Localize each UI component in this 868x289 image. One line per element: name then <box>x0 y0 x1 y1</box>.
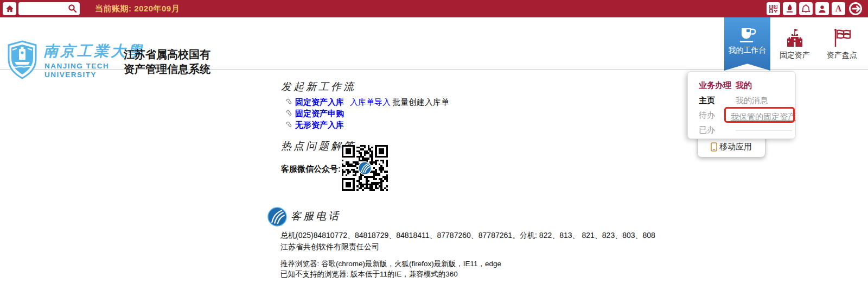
workflow-heading: 发起新工作流 <box>281 80 356 94</box>
menu-item-home[interactable]: 主页 <box>699 96 715 106</box>
wechat-account-label: 客服微信公众号: <box>281 164 341 174</box>
link-fixed-asset-purchase[interactable]: 固定资产申购 <box>295 109 344 119</box>
qr-scan-button[interactable] <box>767 2 780 15</box>
cup-icon <box>738 27 757 43</box>
flag-icon <box>832 28 852 47</box>
notifications-button[interactable] <box>799 2 813 15</box>
castle-icon <box>785 28 805 47</box>
menu-item-done[interactable]: 已办 <box>699 125 715 135</box>
tab-asset-inventory[interactable]: 资产盘点 <box>822 17 861 70</box>
company-name: 江苏省共创软件有限责任公司 <box>280 242 379 252</box>
service-phone-numbers: 总机(025)84810772、84818729、84818411、877872… <box>280 231 655 241</box>
logout-button[interactable] <box>848 2 863 16</box>
paperclip-icon <box>284 120 295 131</box>
tab-label: 我的工作台 <box>729 46 767 55</box>
search-input[interactable] <box>22 3 67 14</box>
unsupported-browsers: 已知不支持的浏览器: 版本低于11的IE，兼容模式的360 <box>280 269 458 279</box>
home-button[interactable] <box>3 2 16 15</box>
mobile-app-button[interactable]: 移动应用 <box>697 136 765 158</box>
pen-icon <box>786 4 794 13</box>
university-name-en: NANJING TECH UNIVERSITY <box>44 62 109 79</box>
font-size-button[interactable]: A <box>832 2 845 15</box>
menu-item-my-messages[interactable]: 我的消息 <box>736 96 768 106</box>
workflow-row-fixed-asset-storage: 固定资产入库 入库单导入 批量创建入库单 <box>286 97 449 108</box>
system-title: 江苏省属高校国有 资产管理信息系统 <box>124 47 210 77</box>
link-intangible-asset-inbound[interactable]: 无形资产入库 <box>295 120 344 130</box>
menu-item-todo[interactable]: 待办 <box>699 110 715 121</box>
recommended-browsers: 推荐浏览器: 谷歌(chrome)最新版，火狐(firefox)最新版，IE11… <box>280 259 501 269</box>
workflow-row-intangible-asset: 无形资产入库 <box>286 120 344 130</box>
tab-label: 固定资产 <box>780 51 810 60</box>
app-window: 当前账期: 2020年09月 <box>0 0 868 289</box>
user-profile-button[interactable] <box>815 2 829 15</box>
tab-label: 资产盘点 <box>827 51 857 60</box>
menu-section-business: 业务办理 <box>699 80 731 91</box>
qr-center-logo <box>358 161 372 175</box>
batch-create-inbound-text: 批量创建入库单 <box>392 97 449 108</box>
logout-icon <box>848 2 863 16</box>
workbench-dropdown-menu: 业务办理 主页 待办 已办 我的 我的消息 我保管的固定资产 <box>687 71 796 139</box>
search-icon[interactable] <box>68 4 77 13</box>
font-size-icon: A <box>835 4 842 14</box>
service-phone-heading: 客服电话 <box>291 209 341 223</box>
company-logo-icon <box>267 207 287 227</box>
paperclip-icon <box>284 97 295 108</box>
qr-scan-icon <box>769 5 777 13</box>
signature-pen-button[interactable] <box>783 2 796 15</box>
mobile-phone-icon <box>711 142 717 152</box>
menu-section-mine: 我的 <box>736 80 752 91</box>
university-shield-logo <box>7 40 38 79</box>
menu-separator <box>736 130 792 131</box>
tab-fixed-assets[interactable]: 固定资产 <box>775 17 814 70</box>
paperclip-icon <box>284 108 295 120</box>
wechat-qr-code <box>342 144 388 191</box>
mobile-app-label: 移动应用 <box>719 142 752 152</box>
search-box <box>18 2 80 15</box>
bell-icon <box>802 4 810 13</box>
tab-my-workbench[interactable]: 我的工作台 <box>724 17 770 71</box>
user-icon <box>818 5 826 13</box>
menu-item-my-kept-fixed-assets[interactable]: 我保管的固定资产 <box>731 112 796 122</box>
current-account-period: 当前账期: 2020年09月 <box>95 0 180 17</box>
topbar-icon-group: A <box>767 0 863 17</box>
home-icon <box>5 4 14 13</box>
link-inbound-order-import[interactable]: 入库单导入 <box>350 97 391 108</box>
link-fixed-asset-inbound[interactable]: 固定资产入库 <box>295 97 344 108</box>
workflow-row-fixed-asset-purchase: 固定资产申购 <box>286 109 344 119</box>
top-bar: 当前账期: 2020年09月 <box>0 0 868 17</box>
